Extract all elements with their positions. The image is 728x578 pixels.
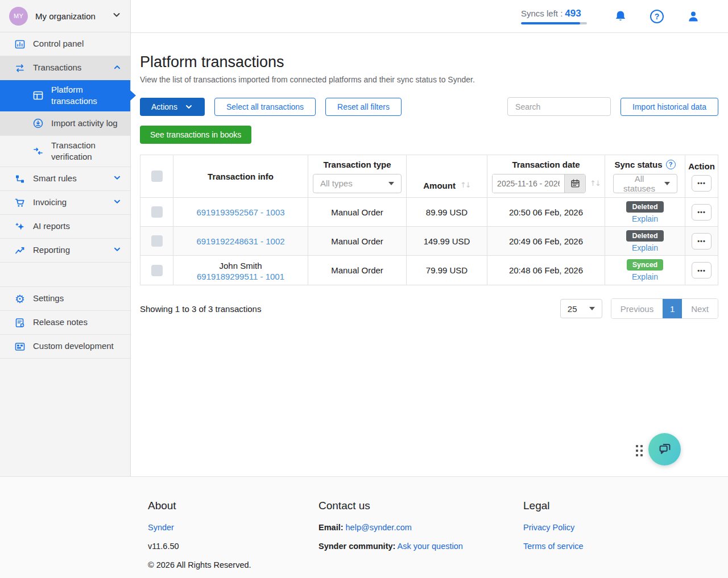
syncs-left-indicator: Syncs left :493 [521, 8, 587, 24]
syncs-left-label: Syncs left : [521, 9, 562, 18]
user-icon[interactable] [686, 9, 701, 24]
row-actions-menu-button[interactable]: ••• [692, 204, 712, 221]
platform-transactions-icon [32, 90, 44, 101]
page-subtitle: View the list of transactions imported f… [140, 75, 718, 84]
page-size-select[interactable]: 25 [560, 299, 602, 318]
transaction-type-cell: Manual Order [331, 207, 383, 217]
caret-down-icon [664, 182, 670, 185]
chat-drag-handle[interactable] [636, 445, 643, 456]
sidebar-item-invoicing[interactable]: Invoicing [0, 191, 130, 215]
search-input[interactable] [507, 97, 611, 116]
col-header-action: Action [688, 161, 715, 171]
ai-sparkles-icon [14, 221, 26, 232]
chat-button[interactable] [648, 433, 681, 465]
syncs-progress-bar [521, 22, 587, 24]
help-icon[interactable]: ? [650, 9, 664, 24]
sidebar-item-custom-development[interactable]: Custom development [0, 335, 130, 359]
transaction-type-cell: Manual Order [331, 236, 383, 246]
footer: About Synder v11.6.50 © 2026 All Rights … [0, 476, 728, 578]
select-all-checkbox[interactable] [151, 171, 163, 182]
see-transactions-in-books-button[interactable]: See transactions in books [140, 126, 251, 144]
community-label: Synder community: [318, 542, 395, 551]
sidebar-item-transaction-verification[interactable]: Transaction verification [0, 136, 130, 168]
date-cell: 20:50 06 Feb, 2026 [509, 207, 583, 217]
app-version: v11.6.50 [148, 542, 318, 551]
row-checkbox[interactable] [151, 206, 163, 218]
import-activity-log-icon [32, 118, 44, 129]
row-actions-menu-button[interactable]: ••• [692, 262, 712, 278]
sidebar-item-reporting[interactable]: Reporting [0, 239, 130, 263]
date-range-input[interactable] [493, 174, 564, 193]
sidebar-item-smart-rules[interactable]: Smart rules [0, 167, 130, 191]
col-header-transaction-type: Transaction type [323, 160, 391, 169]
chevron-down-icon [112, 244, 122, 256]
select-all-transactions-button[interactable]: Select all transactions [214, 98, 316, 116]
status-badge: Deleted [626, 201, 663, 213]
date-range-filter [492, 174, 586, 193]
bell-icon[interactable] [613, 9, 628, 24]
reset-all-filters-button[interactable]: Reset all filters [325, 98, 402, 116]
calendar-icon[interactable] [564, 174, 585, 193]
active-item-marker [130, 90, 136, 101]
explain-link[interactable]: Explain [632, 214, 658, 223]
table-row: 6919193952567 - 1003 Manual Order 89.99 … [140, 198, 718, 227]
footer-about-title: About [148, 500, 318, 512]
page-title: Platform transactions [140, 53, 718, 71]
import-historical-data-button[interactable]: Import historical data [621, 98, 718, 116]
transaction-verification-icon [32, 145, 44, 157]
footer-contact-title: Contact us [318, 500, 523, 512]
gear-icon: ⚙ [14, 293, 26, 305]
actions-button[interactable]: Actions [140, 98, 205, 116]
row-actions-menu-button[interactable]: ••• [692, 233, 712, 250]
header-actions-menu-button[interactable]: ••• [692, 175, 712, 192]
transaction-link[interactable]: 6919189299511 - 1001 [197, 272, 284, 281]
chevron-down-icon [111, 9, 122, 23]
sidebar-item-ai-reports[interactable]: AI reports [0, 215, 130, 239]
syncs-left-count: 493 [565, 8, 581, 19]
invoicing-cart-icon [14, 197, 26, 209]
organization-name: My organization [35, 11, 111, 21]
caret-down-icon [589, 307, 595, 310]
transaction-type-filter[interactable]: All types [313, 174, 402, 193]
chevron-down-icon [112, 197, 122, 209]
date-cell: 20:49 06 Feb, 2026 [509, 236, 583, 246]
privacy-policy-link[interactable]: Privacy Policy [523, 523, 574, 532]
sync-status-filter[interactable]: All statuses [613, 174, 677, 193]
organization-selector[interactable]: MY My organization [0, 0, 130, 32]
status-badge: Deleted [626, 230, 663, 242]
top-bar: Syncs left :493 ? [131, 0, 728, 33]
pager: Previous 1 Next [611, 298, 718, 319]
sync-status-help-icon[interactable]: ? [666, 160, 676, 169]
current-page-button[interactable]: 1 [663, 299, 682, 318]
table-row: 6919192248631 - 1002 Manual Order 149.99… [140, 227, 718, 256]
sidebar-item-platform-transactions[interactable]: Platform transactions [0, 80, 130, 112]
sidebar-item-import-activity-log[interactable]: Import activity log [0, 112, 130, 136]
reporting-chart-icon [14, 245, 26, 256]
transaction-link[interactable]: 6919193952567 - 1003 [196, 207, 284, 217]
community-link[interactable]: Ask your question [398, 542, 463, 551]
sidebar-item-transactions[interactable]: Transactions [0, 56, 130, 80]
sort-date-icon[interactable]: ↑↓ [590, 179, 600, 188]
custom-development-icon [14, 341, 26, 352]
col-header-transaction-date: Transaction date [512, 160, 580, 169]
row-checkbox[interactable] [151, 235, 163, 247]
explain-link[interactable]: Explain [632, 272, 658, 281]
sidebar-spacer [0, 263, 130, 287]
email-link[interactable]: help@synder.com [346, 523, 412, 532]
next-page-button[interactable]: Next [682, 299, 718, 318]
transactions-table: Transaction info Transaction type All ty… [140, 155, 718, 285]
row-checkbox[interactable] [151, 265, 163, 276]
sidebar-item-settings[interactable]: ⚙ Settings [0, 287, 130, 311]
transaction-link[interactable]: 6919192248631 - 1002 [196, 236, 284, 246]
copyright: © 2026 All Rights Reserved. [148, 560, 318, 569]
sort-amount-icon[interactable]: ↑↓ [460, 181, 470, 189]
footer-legal-title: Legal [523, 500, 584, 512]
sidebar-item-release-notes[interactable]: Release notes [0, 311, 130, 335]
explain-link[interactable]: Explain [632, 243, 658, 252]
sidebar-item-control-panel[interactable]: Control panel [0, 32, 130, 56]
synder-link[interactable]: Synder [148, 523, 174, 532]
control-panel-icon [14, 39, 26, 50]
terms-of-service-link[interactable]: Terms of service [523, 542, 584, 551]
transactions-icon [14, 63, 26, 74]
previous-page-button[interactable]: Previous [611, 299, 663, 318]
